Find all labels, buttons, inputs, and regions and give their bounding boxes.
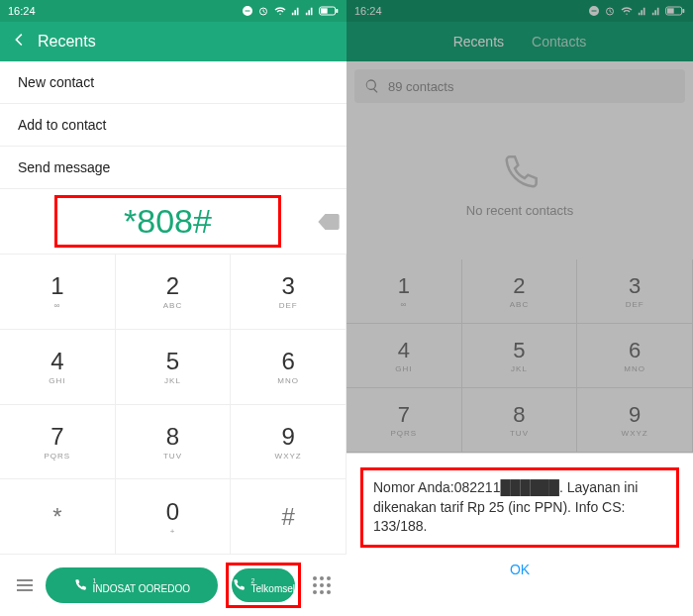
tab-recents[interactable]: Recents bbox=[440, 34, 518, 50]
phone-right: 16:24 Recents Contacts 89 contacts No r bbox=[346, 0, 693, 616]
search-bar[interactable]: 89 contacts bbox=[354, 69, 685, 103]
backspace-button[interactable] bbox=[311, 214, 346, 230]
statusbar: 16:24 bbox=[0, 0, 346, 22]
key-6[interactable]: 6MNO bbox=[577, 324, 693, 388]
dialog-message: Nomor Anda:082211██████. Layanan ini dik… bbox=[360, 467, 679, 548]
ussd-dialog: Nomor Anda:082211██████. Layanan ini dik… bbox=[346, 453, 693, 616]
header-title: Recents bbox=[38, 33, 96, 51]
alarm-icon bbox=[604, 5, 616, 17]
alarm-icon bbox=[257, 5, 269, 17]
dial-display-row: *808# bbox=[0, 189, 346, 255]
keypad: 1∞ 2ABC 3DEF 4GHI 5JKL 6MNO 7PQRS 8TUV 9… bbox=[0, 255, 346, 555]
key-3[interactable]: 3DEF bbox=[231, 255, 346, 330]
header: Recents bbox=[0, 22, 346, 61]
key-3[interactable]: 3DEF bbox=[577, 259, 693, 324]
svg-rect-7 bbox=[667, 8, 674, 13]
key-7[interactable]: 7PQRS bbox=[346, 388, 462, 453]
signal-icon bbox=[291, 5, 301, 17]
svg-rect-6 bbox=[682, 9, 684, 13]
signal-icon bbox=[638, 5, 647, 17]
bottom-bar: 1 INDOSAT OOREDOO 2 Telkomsel bbox=[0, 555, 346, 616]
wifi-icon bbox=[273, 5, 287, 17]
signal2-icon bbox=[305, 5, 315, 17]
key-1[interactable]: 1∞ bbox=[346, 259, 462, 324]
statusbar: 16:24 bbox=[346, 0, 693, 22]
menu-list: New contact Add to contact Send message bbox=[0, 61, 346, 189]
key-6[interactable]: 6MNO bbox=[231, 330, 346, 405]
wifi-icon bbox=[620, 5, 634, 17]
key-9[interactable]: 9WXYZ bbox=[231, 405, 346, 480]
status-time: 16:24 bbox=[354, 5, 382, 17]
status-icons bbox=[588, 5, 685, 17]
key-8[interactable]: 8TUV bbox=[116, 405, 232, 480]
tab-contacts[interactable]: Contacts bbox=[518, 34, 600, 50]
battery-icon bbox=[665, 5, 685, 17]
status-icons bbox=[242, 5, 339, 17]
back-icon[interactable] bbox=[10, 31, 28, 52]
new-contact-item[interactable]: New contact bbox=[0, 61, 346, 104]
key-5[interactable]: 5JKL bbox=[462, 324, 578, 388]
hamburger-icon[interactable] bbox=[10, 579, 40, 591]
key-5[interactable]: 5JKL bbox=[116, 330, 232, 405]
key-2[interactable]: 2ABC bbox=[116, 255, 232, 330]
keypad: 1∞ 2ABC 3DEF 4GHI 5JKL 6MNO 7PQRS 8TUV 9… bbox=[346, 259, 693, 453]
signal2-icon bbox=[651, 5, 661, 17]
key-8[interactable]: 8TUV bbox=[462, 388, 578, 453]
send-message-item[interactable]: Send message bbox=[0, 147, 346, 189]
key-7[interactable]: 7PQRS bbox=[0, 405, 116, 480]
key-9[interactable]: 9WXYZ bbox=[577, 388, 693, 453]
empty-text: No recent contacts bbox=[466, 203, 573, 218]
dial-display: *808# bbox=[54, 195, 281, 248]
call-sim2-button[interactable]: 2 Telkomsel bbox=[232, 568, 295, 602]
key-4[interactable]: 4GHI bbox=[346, 324, 462, 388]
dialpad-toggle-icon[interactable] bbox=[307, 576, 337, 594]
key-0[interactable]: 0+ bbox=[116, 479, 232, 555]
add-to-contact-item[interactable]: Add to contact bbox=[0, 104, 346, 147]
dnd-icon bbox=[242, 5, 253, 17]
phone-left: 16:24 Recents New contact Add to contact… bbox=[0, 0, 346, 616]
call-sim1-button[interactable]: 1 INDOSAT OOREDOO bbox=[46, 567, 218, 603]
phone-outline-icon bbox=[500, 154, 540, 193]
status-time: 16:24 bbox=[8, 5, 36, 17]
key-2[interactable]: 2ABC bbox=[462, 259, 578, 324]
key-4[interactable]: 4GHI bbox=[0, 330, 116, 405]
key-hash[interactable]: # bbox=[231, 479, 346, 555]
dnd-icon bbox=[588, 5, 600, 17]
battery-icon bbox=[319, 5, 339, 17]
svg-rect-2 bbox=[336, 9, 338, 13]
header: Recents Contacts bbox=[346, 22, 693, 61]
svg-rect-3 bbox=[321, 8, 328, 13]
search-placeholder: 89 contacts bbox=[388, 79, 454, 94]
search-icon bbox=[364, 78, 380, 94]
call-sim2-highlight: 2 Telkomsel bbox=[226, 563, 301, 608]
empty-state: No recent contacts bbox=[346, 111, 693, 259]
key-star[interactable]: * bbox=[0, 479, 116, 555]
dialog-ok-button[interactable]: OK bbox=[360, 548, 679, 577]
key-1[interactable]: 1∞ bbox=[0, 255, 116, 330]
